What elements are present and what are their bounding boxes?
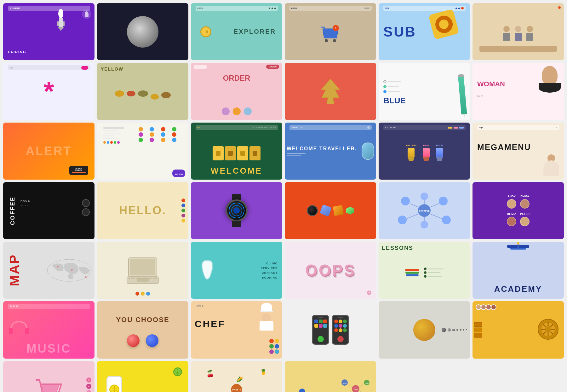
card-christmas-tree[interactable] — [285, 63, 376, 120]
card-lessons[interactable]: LESSONS — [379, 242, 470, 299]
svg-line-22 — [430, 214, 442, 219]
card-watch-purple[interactable] — [191, 182, 282, 239]
card-11-title: BLUE — [383, 96, 406, 106]
card-hello[interactable]: HELLO. — [97, 182, 188, 239]
card-5-title: SUB — [383, 24, 416, 40]
svg-point-0 — [58, 9, 63, 18]
card-oops[interactable]: OOPS ? — [285, 242, 376, 299]
svg-rect-52 — [299, 389, 305, 392]
card-16-title: WELCOME TRAVELLER. — [287, 146, 357, 152]
card-order[interactable]: ORDER ORDER — [191, 63, 282, 120]
svg-line-19 — [410, 204, 419, 207]
svg-rect-26 — [130, 259, 155, 275]
svg-rect-4 — [63, 21, 65, 26]
svg-rect-36 — [155, 278, 157, 279]
svg-marker-2 — [58, 27, 64, 31]
svg-point-6 — [333, 39, 336, 42]
svg-marker-9 — [321, 79, 340, 104]
card-25-title: MAP — [7, 254, 22, 286]
svg-rect-35 — [153, 278, 155, 279]
card-shopping[interactable]: LOGO SHOP 1 — [285, 3, 376, 60]
card-15-title: WELCOME — [211, 166, 262, 176]
svg-point-15 — [442, 216, 451, 224]
card-grid-ui[interactable]: BUTTON — [97, 123, 188, 180]
svg-point-17 — [421, 221, 428, 228]
card-20-title: HELLO. — [119, 204, 166, 217]
svg-rect-29 — [128, 278, 130, 279]
svg-text:cook: cook — [365, 382, 369, 384]
svg-rect-33 — [148, 278, 150, 279]
svg-rect-1 — [59, 18, 63, 27]
card-fruits[interactable]: 🍒 🍍 🌽 🍓 🥦 SWEETS — [191, 361, 282, 392]
card-microphone[interactable]: chef food cook eat dish — [285, 361, 376, 392]
card-18-title: MEGAMENU — [477, 142, 531, 152]
svg-point-13 — [439, 197, 448, 205]
card-megamenu[interactable]: logo ≡ MEGAMENU — [472, 123, 564, 180]
card-cart-pink[interactable]: ♥ + ★ ◆ — [3, 361, 94, 392]
card-sub[interactable]: SUB SUB — [379, 3, 470, 60]
svg-line-69 — [359, 384, 364, 387]
card-connections[interactable]: SYNAPSE — [379, 182, 470, 239]
card-blue[interactable]: BLUE — [379, 63, 470, 120]
card-1-title: FAIRING — [8, 50, 26, 54]
card-music[interactable]: MUSIC — [3, 301, 94, 358]
card-32-title: YOU CHOOSE — [116, 316, 169, 324]
card-fairing[interactable]: FAIRING FAIRING — [3, 3, 94, 60]
card-traveller[interactable]: TRAVELLER WELCOME TRAVELLER. — [285, 123, 376, 180]
card-explorer[interactable]: LOGO EXPLORER — [191, 3, 282, 60]
card-19-title: COFFEE — [9, 196, 16, 225]
card-team[interactable]: ANDY EMMA OLIVIA PETER — [472, 182, 564, 239]
card-woman[interactable]: WOMAN MAY — [472, 63, 564, 120]
card-moon[interactable] — [97, 3, 188, 60]
svg-text:1: 1 — [335, 26, 337, 30]
svg-line-20 — [430, 204, 439, 207]
card-28-title: OOPS — [305, 261, 356, 280]
svg-line-21 — [407, 214, 419, 219]
svg-rect-34 — [150, 278, 152, 279]
svg-line-71 — [359, 391, 364, 392]
card-30-title: ACADEMY — [494, 284, 542, 294]
card-grid: FAIRING FAIRING LOGO — [3, 3, 564, 392]
svg-rect-28 — [137, 278, 148, 282]
svg-text:SYNAPSE: SYNAPSE — [419, 210, 430, 212]
card-academy[interactable]: ACADEMY — [472, 242, 564, 299]
card-39-badge: SWEETS — [232, 389, 241, 391]
card-coffee[interactable]: COFFEE RAGE SOFT — [3, 182, 94, 239]
card-3-title: EXPLORER — [234, 28, 276, 35]
card-laptop[interactable] — [97, 242, 188, 299]
card-alert[interactable]: ALERT BLACK FRIDAY — [3, 123, 94, 180]
svg-point-16 — [421, 193, 428, 200]
card-asterisk[interactable]: logo ... * — [3, 63, 94, 120]
card-chef[interactable]: Huwa CHEF — [191, 301, 282, 358]
card-12-title: WOMAN — [477, 80, 505, 88]
card-icecream[interactable]: ICE CREAM YELLOW PINK — [379, 123, 470, 180]
card-13-title: ALERT — [26, 144, 72, 158]
card-8-title: YELLOW — [101, 66, 123, 72]
svg-rect-37 — [9, 328, 13, 334]
svg-rect-38 — [25, 328, 29, 334]
svg-point-12 — [401, 197, 410, 205]
svg-text:chef: chef — [354, 389, 358, 390]
card-watch-tools[interactable] — [285, 182, 376, 239]
card-29-title: LESSONS — [382, 245, 413, 251]
svg-rect-30 — [131, 278, 133, 279]
card-oz-welcome[interactable]: OZ THE YELLOW BRICK ROAD WELCOME — [191, 123, 282, 180]
svg-line-70 — [348, 391, 352, 392]
card-31-title: MUSIC — [26, 342, 71, 355]
svg-rect-31 — [133, 278, 135, 279]
card-phone-lemon[interactable] — [97, 361, 188, 392]
card-film-reel[interactable] — [472, 301, 564, 358]
card-phones[interactable] — [285, 301, 376, 358]
svg-line-68 — [348, 384, 352, 387]
card-map[interactable]: MAP — [3, 242, 94, 299]
card-yellow-food[interactable]: YELLOW — [97, 63, 188, 120]
svg-point-5 — [325, 39, 328, 42]
card-dental[interactable]: CLINIC SERVICES CONTACT BOOKING — [191, 242, 282, 299]
moon-shape — [127, 16, 158, 48]
card-planet[interactable] — [379, 301, 470, 358]
svg-rect-3 — [57, 21, 59, 26]
card-reception[interactable] — [472, 3, 564, 60]
card-7-asterisk: * — [43, 76, 54, 107]
card-you-choose[interactable]: YOU CHOOSE — [97, 301, 188, 358]
card-33-sub: Huwa — [195, 304, 204, 307]
